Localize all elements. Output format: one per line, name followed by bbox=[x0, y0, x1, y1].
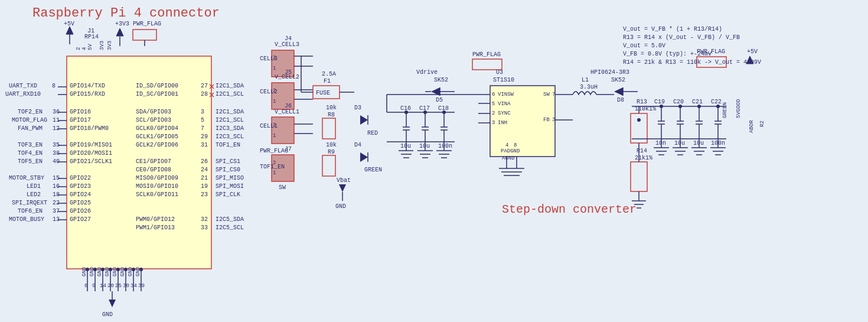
i2c1-scl2: I2C1_SCL bbox=[216, 117, 244, 123]
gpio22-label: GPIO22 bbox=[70, 175, 91, 181]
c17-value: 10u bbox=[419, 143, 430, 149]
j6-pin1: 1 bbox=[273, 133, 276, 139]
pwm0-gpio12: PWM0/GPIO12 bbox=[136, 216, 175, 223]
gpio15-label: GPIO15/RXD bbox=[70, 91, 105, 97]
motor-busy-label: MOTOR_BUSY bbox=[9, 216, 44, 223]
note-1: V_out = V_FB * (1 + R13/R14) bbox=[623, 26, 722, 32]
cell2-label: CELL2 bbox=[260, 89, 278, 95]
pin3: 3 bbox=[201, 109, 204, 115]
f1-label: F1 bbox=[324, 78, 331, 84]
c21-label: C21 bbox=[692, 99, 703, 105]
spi-cs0: SPI_CS0 bbox=[216, 167, 240, 173]
fb-pin-num: 3 bbox=[552, 117, 555, 123]
spi-mosi: SPI_MOSI bbox=[216, 183, 244, 190]
sw-pin: SW bbox=[543, 92, 550, 97]
pin-label-5: 3V3 bbox=[107, 41, 113, 50]
tof1-en-j7: TOF1_EN bbox=[260, 164, 285, 170]
inh-label: INH bbox=[498, 120, 507, 126]
c18-value: 100n bbox=[438, 143, 452, 149]
r14-value: 21k1% bbox=[635, 155, 652, 161]
i2c1-scl-label: I2C1_SCL bbox=[216, 91, 244, 97]
inh-pin: 3 bbox=[492, 120, 495, 126]
power-3v3-label: +3V3 bbox=[115, 21, 129, 27]
fuse-rating: 2.5A bbox=[322, 71, 336, 77]
sk52-d8-label: SK52 bbox=[611, 77, 625, 83]
spi-clk: SPI_CLK bbox=[216, 191, 240, 198]
page-title: Raspberry Pi 4 connector bbox=[32, 6, 220, 21]
i2c5-sda: I2C5_SDA bbox=[216, 216, 244, 223]
c16-value: 10u bbox=[400, 143, 411, 149]
svg-point-144 bbox=[678, 105, 682, 108]
tof3-en-label: TOF3_EN bbox=[18, 142, 43, 148]
bottom-8: 8 bbox=[514, 142, 517, 148]
schematic-container: Raspberry Pi 4 connector +5V J1 RPi4 +3V… bbox=[0, 0, 868, 322]
vdrive-label: Vdrive bbox=[416, 69, 438, 76]
pin19: 19 bbox=[201, 183, 208, 190]
gnd-sw: GND bbox=[335, 203, 346, 210]
pin26: 26 bbox=[201, 158, 208, 165]
svg-point-142 bbox=[442, 110, 446, 114]
note-5: R14 = 21k & R13 = 110k -> V_out = 4.99V bbox=[623, 59, 761, 66]
sk52-label: SK52 bbox=[434, 77, 448, 83]
gpio17-label: GPIO17 bbox=[70, 117, 91, 123]
c20-value: 10u bbox=[674, 140, 685, 147]
5v-right: +5V bbox=[747, 48, 758, 55]
spi-cs1: SPI_CS1 bbox=[216, 158, 240, 165]
tof6-en-label: TOF6_EN bbox=[18, 208, 43, 214]
r2-vert: R2 bbox=[759, 121, 765, 127]
pin-label-3: 5V bbox=[87, 44, 93, 50]
i2c1-sda-label: I2C1_SDA bbox=[216, 83, 244, 89]
gpio18-pwm0: GPIO18/PWM0 bbox=[70, 125, 109, 132]
gpio20-mosi1: GPIO20/MOSI1 bbox=[70, 150, 112, 157]
cell1-label: CELL1 bbox=[260, 123, 278, 129]
red-label: RED bbox=[367, 130, 378, 136]
st1s10-label: ST1S10 bbox=[493, 77, 514, 83]
gpio26-label: GPIO26 bbox=[70, 208, 91, 214]
gpio14-label: GPIO14/TXD bbox=[70, 83, 105, 89]
svg-point-156 bbox=[637, 118, 641, 122]
hpi-label: HPI0624-3R3 bbox=[590, 69, 629, 76]
pin24: 24 bbox=[201, 167, 208, 173]
pin-label-1: 2 bbox=[76, 47, 81, 50]
j5-label: J5 bbox=[285, 69, 292, 76]
spi-irqext-label: SPI_IRQEXT bbox=[12, 200, 47, 206]
v-cell1-label: V_CELL1 bbox=[275, 109, 299, 115]
bottom-4: 4 bbox=[505, 142, 508, 148]
pin33: 33 bbox=[201, 225, 208, 231]
mosi0-gpio10: MOSI0/GPIO10 bbox=[136, 183, 178, 190]
svg-point-146 bbox=[716, 105, 720, 108]
sw-label: SW bbox=[279, 184, 286, 191]
pin31: 31 bbox=[201, 142, 208, 148]
i2c1-sda2: I2C1_SDA bbox=[216, 109, 244, 115]
gpio23-label: GPIO23 bbox=[70, 183, 91, 190]
d4-label: D4 bbox=[354, 142, 361, 148]
power-5v-label: +5V bbox=[64, 21, 74, 27]
c22-label: C22 bbox=[711, 99, 722, 105]
gpio19-miso1: GPIO19/MISO1 bbox=[70, 142, 112, 148]
j6-label: J6 bbox=[285, 103, 292, 109]
cell3-label: CELL3 bbox=[260, 56, 278, 62]
j5-pin1: 1 bbox=[273, 99, 276, 105]
c21-value: 10u bbox=[693, 140, 704, 147]
gpio27-label: GPIO27 bbox=[70, 216, 91, 223]
i2c5-scl: I2C5_SCL bbox=[216, 225, 244, 231]
pin29: 29 bbox=[201, 134, 208, 140]
pwm1-gpio13: PWM1/GPIO13 bbox=[136, 225, 175, 231]
l1-label: L1 bbox=[582, 77, 589, 83]
vina-label: VINA bbox=[498, 101, 511, 107]
led2-label: LED2 bbox=[27, 191, 41, 198]
gnd-label: GND bbox=[102, 311, 113, 318]
miso0-gpio09: MISO0/GPIO09 bbox=[136, 175, 178, 181]
i2c3-scl: I2C3_SCL bbox=[216, 134, 244, 140]
sclk0-gpio11: SCLK0/GPIO11 bbox=[136, 191, 178, 198]
pin21: 21 bbox=[201, 175, 208, 181]
pwr-flag-middle: PWR_FLAG bbox=[472, 51, 501, 58]
pin27: 27 bbox=[201, 83, 208, 89]
note-2: R13 = R14 x (V_out - V_FB) / V_FB bbox=[623, 34, 740, 41]
id-sc-label: ID_SC/GPIO01 bbox=[136, 91, 178, 97]
l1-value: 3.3uH bbox=[580, 84, 598, 90]
padgnd-pin: PADGND bbox=[501, 148, 520, 154]
uart-rxd-label: UART_RXD10 bbox=[5, 91, 41, 97]
step-down-title: Step-down converter bbox=[502, 203, 637, 216]
agnd-pin: AGND bbox=[502, 155, 515, 161]
